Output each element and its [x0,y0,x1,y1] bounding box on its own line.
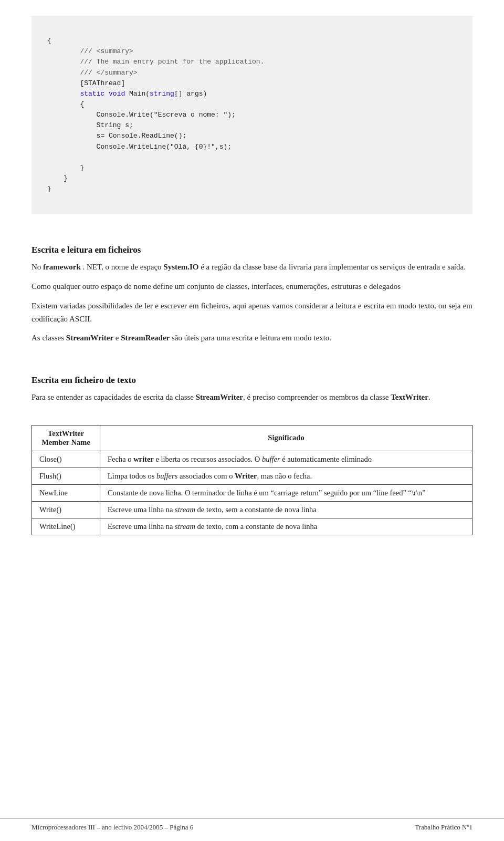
section-heading-1: Escrita e leitura em ficheiros [32,245,472,255]
paragraph-3: Existem variadas possibilidades de ler e… [32,299,472,326]
footer-right: Trabalho Prático Nº1 [415,823,472,832]
table-cell-member-close: Close() [32,451,100,468]
table-row: Flush() Limpa todos os buffers associado… [32,468,472,484]
code-line-12: } [47,164,84,172]
code-line-9: s= Console.ReadLine(); [47,132,186,140]
table-cell-member-flush: Flush() [32,468,100,484]
code-line-7: Console.Write("Escreva o nome: "); [47,111,236,119]
table-row: Close() Fecha o writer e liberta os recu… [32,451,472,468]
code-line-1: { [47,37,51,45]
code-line-4: [STAThread] [47,79,125,87]
page: { /// <summary> /// The main entry point… [0,0,504,841]
code-comment-1: /// <summary> [47,47,133,55]
paragraph-1: No framework . NET, o nome de espaço Sys… [32,261,472,274]
footer-left: Microprocessadores III – ano lectivo 200… [32,823,193,832]
paragraph-4: As classes StreamWriter e StreamReader s… [32,331,472,345]
paragraph-2: Como qualquer outro espaço de nome defin… [32,280,472,293]
table-row: Write() Escreve uma linha na stream de t… [32,501,472,518]
table-cell-desc-close: Fecha o writer e liberta os recursos ass… [100,451,472,468]
table-header-member: TextWriterMember Name [32,425,100,451]
table-row: NewLine Constante de nova linha. O termi… [32,484,472,501]
table-cell-desc-writeline: Escreve uma linha na stream de texto, co… [100,518,472,535]
textwriter-table: TextWriterMember Name Significado Close(… [32,425,472,535]
code-block: { /// <summary> /// The main entry point… [32,16,472,214]
section-escrita-ficheiro: Escrita em ficheiro de texto Para se ent… [32,360,472,410]
code-line-14: } [47,185,51,193]
table-header-significado: Significado [100,425,472,451]
code-line-13: } [47,174,68,182]
table-cell-desc-flush: Limpa todos os buffers associados com o … [100,468,472,484]
section-heading-2: Escrita em ficheiro de texto [32,375,472,386]
code-line-10: Console.WriteLine("Olá, {0}!",s); [47,143,232,151]
code-line-8: String s; [47,121,133,129]
table-cell-member-newline: NewLine [32,484,100,501]
code-line-5: static void Main(string[] args) [47,90,207,98]
table-row: WriteLine() Escreve uma linha na stream … [32,518,472,535]
table-cell-member-write: Write() [32,501,100,518]
table-cell-member-writeline: WriteLine() [32,518,100,535]
code-line-6: { [47,100,84,108]
section-escrita-leitura: Escrita e leitura em ficheiros No framew… [32,230,472,351]
code-comment-2: /// The main entry point for the applica… [47,58,264,66]
table-cell-desc-newline: Constante de nova linha. O terminador de… [100,484,472,501]
paragraph-5: Para se entender as capacidades de escri… [32,391,472,404]
footer: Microprocessadores III – ano lectivo 200… [0,818,504,832]
table-cell-desc-write: Escreve uma linha na stream de texto, se… [100,501,472,518]
code-comment-3: /// </summary> [47,69,138,77]
textwriter-table-wrapper: TextWriterMember Name Significado Close(… [32,425,472,535]
